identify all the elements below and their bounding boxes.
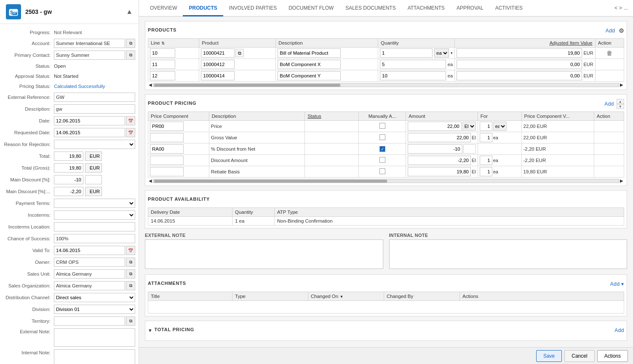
cancel-button[interactable]: Cancel [564,350,594,362]
total-input[interactable] [54,151,83,161]
products-hscroll[interactable]: ◀ ▶ [148,82,624,87]
pricing-pc-input[interactable] [150,167,184,176]
pricing-pc-input[interactable] [150,144,184,154]
dist-channel-select[interactable]: Direct sales [54,293,135,302]
internal-note-textarea[interactable] [54,349,135,364]
product-qty-input[interactable] [380,60,446,69]
pricing-amount-extra[interactable] [463,144,476,154]
territory-input[interactable] [54,316,125,326]
products-settings-icon[interactable]: ⚙ [619,27,625,34]
pricing-add-link[interactable]: Add [604,101,614,107]
product-adj-input[interactable] [457,71,582,80]
external-note-textarea[interactable] [54,328,135,347]
pricing-amount-input[interactable] [408,122,462,131]
product-line-input[interactable] [150,60,175,69]
pricing-amount-input[interactable] [408,144,462,154]
account-lookup-button[interactable]: ⧉ [126,39,135,48]
pricing-manual-checkbox[interactable] [379,168,385,174]
pricing-amount-unit-select[interactable]: El [462,122,476,131]
tab-involved-parties[interactable]: INVOLVED PARTIES [223,1,283,16]
tab-activities[interactable]: ACTIVITIES [489,1,529,16]
pricing-pc-input[interactable] [150,156,184,165]
product-desc-input[interactable] [278,71,341,80]
attachments-add-link[interactable]: Add ▾ [610,281,624,287]
product-lookup-button[interactable]: ⧉ [235,49,244,57]
requested-date-input[interactable] [54,128,125,137]
valid-to-input[interactable] [54,246,125,255]
product-line-input[interactable] [150,71,175,80]
pricing-hscroll-track[interactable] [153,179,619,183]
pricing-hscroll-left[interactable]: ◀ [148,178,153,183]
valid-to-calendar-button[interactable]: 📅 [126,246,135,255]
pricing-for-input[interactable] [480,156,492,165]
save-button[interactable]: Save [536,350,562,362]
total-pricing-collapse-arrow[interactable]: ▼ [148,328,152,333]
tab-sales-documents[interactable]: SALES DOCUMENTS [339,1,401,16]
ext-reference-input[interactable] [54,93,135,102]
product-desc-input[interactable] [278,60,341,69]
product-unit-select[interactable]: ea [434,48,449,58]
pricing-amount-input[interactable] [408,167,471,176]
total-gross-input[interactable] [54,163,83,173]
chance-success-input[interactable] [54,234,135,243]
pricing-pc-input[interactable] [150,122,184,131]
total-pricing-add-link[interactable]: Add [614,327,624,333]
products-add-link[interactable]: Add [606,28,615,34]
requested-date-calendar-button[interactable]: 📅 [126,128,135,137]
main-discount-input[interactable] [54,175,83,184]
sidebar-collapse-button[interactable]: ▲ [126,8,133,16]
date-calendar-button[interactable]: 📅 [126,116,135,125]
date-input[interactable] [54,116,125,125]
product-adj-input[interactable] [457,48,582,58]
product-id-input[interactable] [201,60,235,69]
incoterms-select[interactable] [54,210,135,220]
owner-input[interactable] [54,258,125,267]
description-input[interactable] [54,104,135,114]
internal-note-textarea[interactable] [389,239,628,269]
actions-button[interactable]: Actions [597,350,628,362]
hscroll-track[interactable] [153,83,619,87]
chevron-left-icon[interactable]: < [614,5,617,11]
ellipsis-icon[interactable]: ... [624,5,628,11]
account-input[interactable] [54,39,125,48]
pricing-amount-input[interactable] [408,133,471,142]
hscroll-right-arrow[interactable]: ▶ [619,82,624,87]
primary-contact-lookup-button[interactable]: ⧉ [126,50,135,60]
pricing-hscroll-right[interactable]: ▶ [619,178,624,183]
sales-org-input[interactable] [54,281,125,290]
pricing-hscroll[interactable]: ◀ ▶ [148,178,624,183]
tab-products[interactable]: PRODUCTS [183,1,223,16]
chevron-right-icon[interactable]: > [619,5,622,11]
pricing-down-arrow[interactable]: ▼ [617,104,624,109]
product-qty-input[interactable] [380,48,433,58]
sales-unit-input[interactable] [54,269,125,279]
primary-contact-input[interactable] [54,50,125,60]
product-id-input[interactable] [201,48,235,58]
pricing-manual-checkbox[interactable] [379,157,385,163]
tab-more[interactable]: < > ... [614,5,628,11]
pricing-for-unit-select[interactable]: ea [493,122,507,131]
hscroll-left-arrow[interactable]: ◀ [148,82,153,87]
product-qty-input[interactable] [380,71,446,80]
product-desc-input[interactable] [278,48,341,58]
external-note-textarea[interactable] [145,239,383,269]
division-select[interactable]: Division 01 [54,305,135,314]
product-adj-input[interactable] [457,60,582,69]
pricing-manual-checkbox[interactable] [379,134,385,140]
tab-approval[interactable]: APPROVAL [451,1,489,16]
incoterms-location-input[interactable] [54,222,135,231]
main-discount2-input[interactable] [54,187,83,196]
main-discount-extra[interactable] [85,175,102,184]
pricing-amount-input[interactable] [408,156,471,165]
pricing-up-arrow[interactable]: ▲ [617,99,624,104]
pricing-manual-checkbox[interactable] [379,123,385,129]
pricing-for-input[interactable] [480,167,492,176]
product-id-input[interactable] [201,71,235,80]
pricing-for-input[interactable] [480,133,492,142]
territory-lookup-button[interactable]: ⧉ [126,316,135,326]
tab-overview[interactable]: OVERVIEW [144,1,183,16]
product-line-input[interactable] [150,48,175,58]
reason-rejection-select[interactable] [54,140,135,149]
payment-terms-select[interactable] [54,199,135,208]
sales-unit-lookup-button[interactable]: ⧉ [126,269,135,279]
